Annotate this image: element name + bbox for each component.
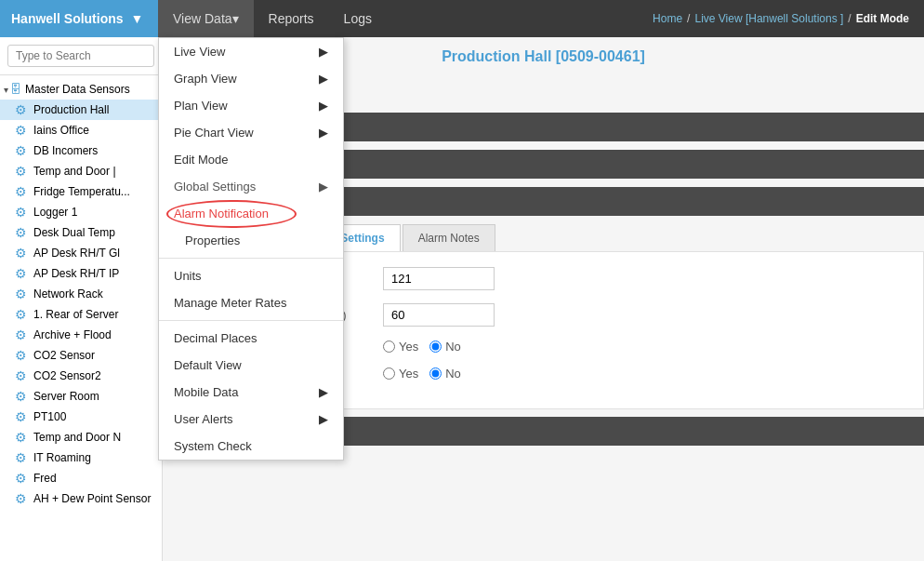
plan-view-label: Plan View (174, 99, 228, 113)
sidebar-label-server-room: Server Room (33, 390, 99, 403)
alarm-digital-no-label[interactable]: No (429, 367, 461, 381)
sidebar-item-desk-dual[interactable]: ⚙ Desk Dual Temp (0, 222, 162, 243)
sidebar-item-pt100[interactable]: ⚙ PT100 (0, 407, 162, 427)
sidebar-label-fridge: Fridge Temperatu... (33, 185, 130, 198)
alarm-digital-yes-radio[interactable] (383, 367, 395, 380)
sidebar-item-it-roaming[interactable]: ⚙ IT Roaming (0, 447, 162, 468)
sidebar-label-ap-ip: AP Desk RH/T IP (33, 267, 119, 280)
sidebar-item-fred[interactable]: ⚙ Fred (0, 468, 162, 488)
gear-icon-logger: ⚙ (15, 205, 30, 220)
tab-alarm-notes[interactable]: Alarm Notes (403, 224, 495, 251)
gear-icon-pt100: ⚙ (15, 409, 30, 424)
gear-icon-fridge: ⚙ (15, 184, 30, 199)
sidebar-label-ap-gl: AP Desk RH/T Gl (33, 247, 120, 260)
sidebar-item-ah[interactable]: ⚙ AH + Dew Point Sensor (0, 488, 162, 509)
menu-manage-meter[interactable]: Manage Meter Rates (159, 289, 343, 316)
gear-icon-ap-gl: ⚙ (15, 246, 30, 260)
separator-1 (159, 258, 343, 259)
sidebar-item-co2[interactable]: ⚙ CO2 Sensor (0, 345, 162, 366)
user-alerts-arrow: ▶ (319, 412, 328, 426)
properties-label: Properties (185, 234, 240, 247)
menu-graph-view[interactable]: Graph View ▶ (159, 65, 343, 92)
gear-icon-iains: ⚙ (15, 123, 30, 138)
dropdown-overlay: Live View ▶ Graph View ▶ Plan View ▶ Pie… (158, 37, 344, 461)
decimal-places-label: Decimal Places (174, 331, 257, 345)
search-input[interactable] (7, 45, 154, 67)
top-navigation: Hanwell Solutions ▼ View Data ▾ Reports … (0, 0, 924, 37)
menu-properties[interactable]: Properties (159, 227, 343, 254)
gear-icon-server-room: ⚙ (15, 389, 30, 404)
sidebar-item-temp-door[interactable]: ⚙ Temp and Door | (0, 161, 162, 181)
menu-decimal-places[interactable]: Decimal Places (159, 325, 343, 352)
gear-icon-co2: ⚙ (15, 348, 30, 363)
breadcrumb-home[interactable]: Home (653, 12, 682, 25)
sidebar-label-rear: 1. Rear of Server (33, 308, 118, 321)
sidebar-tree: ▾ 🗄 Master Data Sensors ⚙ Production Hal… (0, 75, 162, 513)
sidebar-label-desk-dual: Desk Dual Temp (33, 226, 115, 239)
auto-reset-radio-group: Yes No (383, 340, 461, 354)
sidebar-item-iains-office[interactable]: ⚙ Iains Office (0, 120, 162, 140)
menu-units[interactable]: Units (159, 262, 343, 289)
sidebar-item-network[interactable]: ⚙ Network Rack (0, 284, 162, 304)
auto-reset-no-label[interactable]: No (429, 340, 461, 354)
mobile-data-arrow: ▶ (319, 385, 328, 399)
auto-reset-no-radio[interactable] (429, 341, 442, 353)
user-alerts-label: User Alerts (174, 412, 233, 426)
sidebar-label-db: DB Incomers (33, 144, 98, 157)
sidebar-label-logger: Logger 1 (33, 206, 77, 219)
gear-icon-fred: ⚙ (15, 471, 30, 486)
menu-default-view[interactable]: Default View (159, 352, 343, 379)
menu-live-view[interactable]: Live View ▶ (159, 38, 343, 65)
main-layout: ▾ 🗄 Master Data Sensors ⚙ Production Hal… (0, 37, 924, 561)
reactivation-input[interactable] (383, 303, 495, 327)
sidebar-item-ap-gl[interactable]: ⚙ AP Desk RH/T Gl (0, 243, 162, 263)
menu-system-check[interactable]: System Check (159, 433, 343, 460)
sidebar-item-temp-door-n[interactable]: ⚙ Temp and Door N (0, 427, 162, 447)
sidebar-label-network: Network Rack (33, 287, 103, 301)
mobile-data-label: Mobile Data (174, 385, 238, 399)
alarm-digital-no-radio[interactable] (429, 367, 442, 380)
sidebar-item-production-hall[interactable]: ⚙ Production Hall (0, 100, 162, 120)
menu-global-settings[interactable]: Global Settings ▶ (159, 173, 343, 200)
sidebar-item-logger[interactable]: ⚙ Logger 1 (0, 202, 162, 222)
sidebar-item-archive[interactable]: ⚙ Archive + Flood (0, 325, 162, 345)
breadcrumb-live-view[interactable]: Live View [Hanwell Solutions ] (694, 12, 843, 25)
sidebar-item-fridge[interactable]: ⚙ Fridge Temperatu... (0, 181, 162, 202)
menu-plan-view[interactable]: Plan View ▶ (159, 92, 343, 119)
sidebar-item-db-incomers[interactable]: ⚙ DB Incomers (0, 140, 162, 161)
tree-root[interactable]: ▾ 🗄 Master Data Sensors (0, 79, 162, 100)
menu-alarm-notification[interactable]: Alarm Notification (159, 200, 343, 227)
pie-chart-label: Pie Chart View (174, 126, 254, 140)
elapsed-input[interactable] (383, 267, 495, 290)
sidebar-label-iains: Iains Office (33, 124, 89, 137)
menu-mobile-data[interactable]: Mobile Data ▶ (159, 379, 343, 406)
sidebar: ▾ 🗄 Master Data Sensors ⚙ Production Hal… (0, 37, 163, 561)
tree-root-label: Master Data Sensors (25, 83, 130, 96)
brand-logo[interactable]: Hanwell Solutions ▼ (0, 0, 158, 37)
menu-pie-chart[interactable]: Pie Chart View ▶ (159, 119, 343, 146)
sidebar-label-it: IT Roaming (33, 451, 91, 464)
system-check-label: System Check (174, 439, 252, 453)
default-view-label: Default View (174, 358, 242, 372)
sidebar-item-co2-2[interactable]: ⚙ CO2 Sensor2 (0, 366, 162, 386)
nav-menu: View Data ▾ Reports Logs (158, 0, 387, 37)
sidebar-item-ap-ip[interactable]: ⚙ AP Desk RH/T IP (0, 263, 162, 284)
menu-user-alerts[interactable]: User Alerts ▶ (159, 406, 343, 433)
sidebar-label-temp-n: Temp and Door N (33, 431, 121, 444)
nav-view-data[interactable]: View Data ▾ (158, 0, 254, 37)
nav-reports[interactable]: Reports (254, 0, 329, 37)
sidebar-item-rear-server[interactable]: ⚙ 1. Rear of Server (0, 304, 162, 325)
sidebar-label-co2: CO2 Sensor (33, 349, 95, 362)
sidebar-label-fred: Fred (33, 472, 57, 485)
auto-reset-yes-label[interactable]: Yes (383, 340, 418, 354)
gear-icon-desk-dual: ⚙ (15, 225, 30, 240)
auto-reset-yes-radio[interactable] (383, 341, 395, 353)
alarm-digital-yes-label[interactable]: Yes (383, 367, 418, 381)
brand-dropdown-arrow[interactable]: ▼ (131, 11, 144, 26)
gear-icon-temp-n: ⚙ (15, 430, 30, 445)
menu-edit-mode[interactable]: Edit Mode (159, 146, 343, 173)
dropdown-menu: Live View ▶ Graph View ▶ Plan View ▶ Pie… (158, 37, 344, 461)
nav-logs[interactable]: Logs (329, 0, 387, 37)
units-label: Units (174, 269, 202, 283)
sidebar-item-server-room[interactable]: ⚙ Server Room (0, 386, 162, 407)
